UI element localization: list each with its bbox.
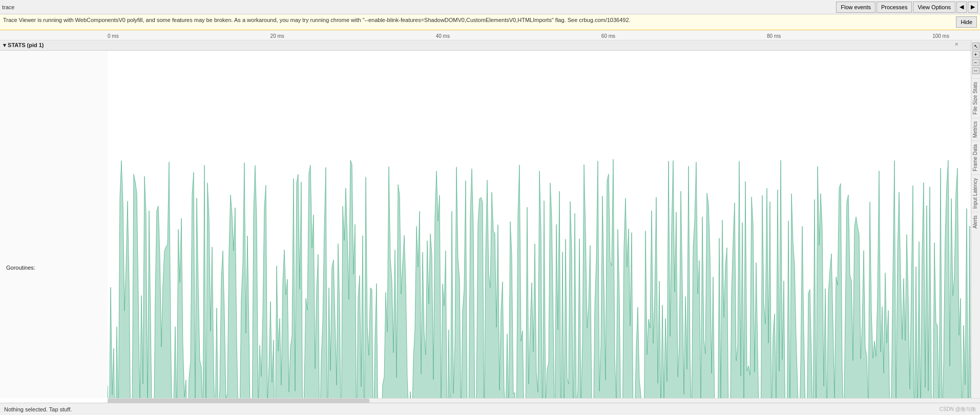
processes-button[interactable]: Processes xyxy=(877,2,912,13)
zoom-out-button[interactable]: − xyxy=(972,59,979,66)
status-bar: Nothing selected. Tap stuff. CSDN @衡与衡 xyxy=(0,403,980,415)
top-bar: trace Flow events Processes View Options… xyxy=(0,0,980,14)
ruler-mark-1: 20 ms xyxy=(270,33,284,39)
ruler-mark-5: 100 ms xyxy=(932,33,949,39)
ruler-marks: 0 ms 20 ms 40 ms 60 ms 80 ms 100 ms xyxy=(108,33,949,40)
sidebar-tab-file-size[interactable]: File Size Stats xyxy=(971,78,980,118)
app-title: trace xyxy=(2,4,14,10)
ruler-mark-0: 0 ms xyxy=(108,33,119,39)
goroutines-canvas[interactable] xyxy=(108,51,971,398)
sidebar-tab-metrics[interactable]: Metrics xyxy=(971,118,980,141)
hide-warning-button[interactable]: Hide xyxy=(956,16,977,28)
stats-header-canvas xyxy=(108,40,971,50)
timeline-ruler: 0 ms 20 ms 40 ms 60 ms 80 ms 100 ms xyxy=(0,30,980,40)
nav-left-button[interactable]: ◀ xyxy=(956,2,967,13)
view-options-button[interactable]: View Options xyxy=(913,2,955,13)
sidebar-tab-input-latency[interactable]: Input Latency xyxy=(971,174,980,212)
zoom-in-button[interactable]: + xyxy=(972,51,979,58)
nav-right-button[interactable]: ▶ xyxy=(968,2,978,13)
flow-events-button[interactable]: Flow events xyxy=(836,2,875,13)
sidebar-tab-alerts[interactable]: Alerts xyxy=(971,212,980,232)
ruler-mark-3: 60 ms xyxy=(601,33,615,39)
zoom-fit-button[interactable]: ↔ xyxy=(972,67,979,74)
right-sidebar: ↖ + − ↔ File Size Stats Metrics Frame Da… xyxy=(971,40,980,398)
ruler-mark-4: 80 ms xyxy=(767,33,781,39)
stats-close-button[interactable]: ✕ xyxy=(954,41,958,47)
warning-bar: Trace Viewer is running with WebComponen… xyxy=(0,14,980,30)
status-text: Nothing selected. Tap stuff. xyxy=(4,406,72,412)
sidebar-tab-frame-data[interactable]: Frame Data xyxy=(971,141,980,174)
ruler-mark-2: 40 ms xyxy=(436,33,450,39)
goroutines-label: Goroutines: xyxy=(0,51,108,398)
stats-header-label: ▾ STATS (pid 1) xyxy=(3,42,44,49)
stats-section-header[interactable]: ▾ STATS (pid 1) xyxy=(0,40,108,50)
watermark: CSDN @衡与衡 xyxy=(940,406,976,413)
warning-text: Trace Viewer is running with WebComponen… xyxy=(3,16,952,24)
cursor-tool-button[interactable]: ↖ xyxy=(972,42,979,50)
